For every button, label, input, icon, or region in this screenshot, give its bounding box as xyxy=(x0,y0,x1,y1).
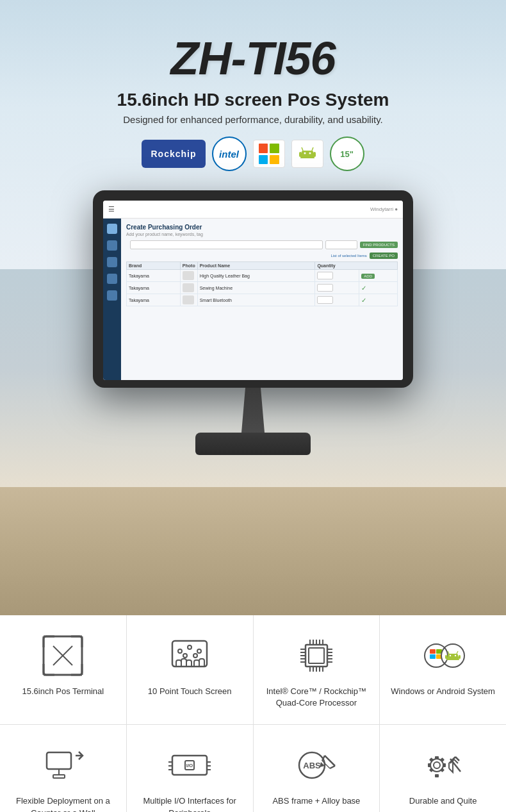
screen-supplier-select[interactable] xyxy=(325,240,357,249)
feature-durable-label: Durable and Quite xyxy=(409,795,477,807)
find-products-button[interactable]: FIND PRODUCTS xyxy=(360,242,398,248)
monitor-stand-neck xyxy=(234,388,272,433)
win-pane-blue xyxy=(259,155,268,165)
products-table: Brand Photo Product Name Quantity Takaya… xyxy=(126,261,398,306)
svg-point-3 xyxy=(309,153,311,154)
screen-page-title: Create Purchasing Order xyxy=(126,224,398,231)
feature-io-label: Multiple I/O Interfaces for Peripherals xyxy=(137,795,243,812)
screen-user: Windytarri ● xyxy=(370,206,398,212)
row3-action: ✓ xyxy=(359,294,398,306)
os-icon xyxy=(421,633,466,678)
feature-frame-label: ABS frame + Alloy base xyxy=(272,795,360,807)
monitor-stand-base xyxy=(195,433,311,455)
io-icon: I/O xyxy=(167,743,212,788)
expand-icon xyxy=(40,633,85,678)
svg-rect-78 xyxy=(440,758,445,762)
table-row: Takayama High Quality Leather Bag ADD xyxy=(127,270,398,282)
win-pane-green xyxy=(270,144,279,153)
deploy-icon xyxy=(40,743,85,788)
feature-deployment: Flexible Deployment on a Counter or a Wa… xyxy=(0,725,127,812)
row2-photo xyxy=(180,282,197,294)
windows-badge xyxy=(253,140,285,168)
feature-os: Windows or Android System xyxy=(380,615,506,724)
svg-rect-0 xyxy=(299,152,302,157)
svg-rect-53 xyxy=(47,752,71,769)
svg-rect-80 xyxy=(440,768,445,772)
hero-section: ZH-TI56 15.6inch HD screen Pos System De… xyxy=(0,0,506,615)
row2-brand: Takayama xyxy=(127,282,181,294)
sidebar-item4 xyxy=(107,290,117,301)
rockchip-label: Rockchip xyxy=(151,149,196,159)
svg-point-20 xyxy=(193,654,197,658)
row1-qty xyxy=(315,270,359,282)
features-row-2: Flexible Deployment on a Counter or a Wa… xyxy=(0,725,506,812)
monitor-wrap: ☰ Windytarri ● xyxy=(93,190,413,455)
feature-frame: ABS ABS frame + Alloy base xyxy=(254,725,380,812)
quiet-icon xyxy=(421,743,466,788)
create-po-button[interactable]: CREATE PO xyxy=(370,253,398,259)
cpu-icon xyxy=(294,633,339,678)
col-photo: Photo xyxy=(180,262,197,270)
svg-rect-75 xyxy=(428,763,431,767)
feature-touch-screen: 10 Point Touch Screen xyxy=(127,615,254,724)
svg-rect-50 xyxy=(459,655,461,659)
svg-point-2 xyxy=(304,153,306,154)
svg-rect-73 xyxy=(435,756,439,759)
row3-product: Smart Bluetooth xyxy=(197,294,315,306)
svg-rect-46 xyxy=(430,654,436,659)
row1-photo xyxy=(180,270,197,282)
intel-badge: intel xyxy=(212,137,247,171)
svg-point-18 xyxy=(197,649,201,653)
feature-pos-terminal: 15.6inch Pos Terminal xyxy=(0,615,127,724)
screen-sidebar xyxy=(103,219,121,380)
svg-rect-44 xyxy=(430,649,436,654)
screen-page-subtitle: Add your product name, keywords, tag xyxy=(126,232,398,236)
svg-point-16 xyxy=(178,649,182,653)
android-badge xyxy=(291,140,323,168)
row3-brand: Takayama xyxy=(127,294,181,306)
screen-search-input[interactable] xyxy=(130,240,323,249)
svg-point-17 xyxy=(188,645,192,649)
svg-line-69 xyxy=(330,766,335,768)
intel-label: intel xyxy=(219,149,239,160)
feature-touch-label: 10 Point Touch Screen xyxy=(148,686,232,697)
sidebar-item1 xyxy=(107,240,117,251)
feature-deployment-label: Flexible Deployment on a Counter or a Wa… xyxy=(10,795,116,812)
touch-icon xyxy=(167,633,212,678)
svg-text:ABS: ABS xyxy=(303,761,321,770)
product-title: ZH-TI56 xyxy=(170,32,335,85)
svg-rect-77 xyxy=(429,758,434,762)
row2-action: ✓ xyxy=(359,282,398,294)
svg-rect-76 xyxy=(443,763,446,767)
svg-text:I/O: I/O xyxy=(186,763,193,768)
feature-processor-label: Intel® Core™ / Rockchip™ Quad-Core Proce… xyxy=(264,686,370,709)
screen-body: Create Purchasing Order Add your product… xyxy=(103,219,403,380)
row3-qty xyxy=(315,294,359,306)
col-brand: Brand xyxy=(127,262,181,270)
svg-rect-79 xyxy=(429,768,434,772)
monitor-screen: ☰ Windytarri ● xyxy=(103,201,403,380)
svg-point-72 xyxy=(434,762,440,768)
sidebar-item3 xyxy=(107,274,117,284)
feature-os-label: Windows or Android System xyxy=(391,686,495,697)
svg-rect-49 xyxy=(445,655,447,659)
svg-point-19 xyxy=(183,654,187,658)
windows-logo xyxy=(259,144,279,164)
svg-rect-55 xyxy=(53,775,65,778)
screen-header: ☰ Windytarri ● xyxy=(103,201,403,219)
features-row-1: 15.6inch Pos Terminal xyxy=(0,615,506,725)
feature-durable: Durable and Quite xyxy=(380,725,506,812)
feature-processor: Intel® Core™ / Rockchip™ Quad-Core Proce… xyxy=(254,615,380,724)
win-pane-red xyxy=(259,144,268,153)
sidebar-home xyxy=(107,224,117,234)
list-selected-label: List of selected Items xyxy=(331,254,366,258)
svg-point-51 xyxy=(449,655,450,656)
row1-action[interactable]: ADD xyxy=(359,270,398,282)
svg-rect-1 xyxy=(313,152,316,157)
features-section: 15.6inch Pos Terminal xyxy=(0,615,506,812)
row3-photo xyxy=(180,294,197,306)
svg-point-52 xyxy=(454,655,455,656)
badge-row: Rockchip intel xyxy=(142,137,364,171)
sidebar-item2 xyxy=(107,257,117,267)
feature-io: I/O Multiple I/O Interfaces for Peripher… xyxy=(127,725,254,812)
